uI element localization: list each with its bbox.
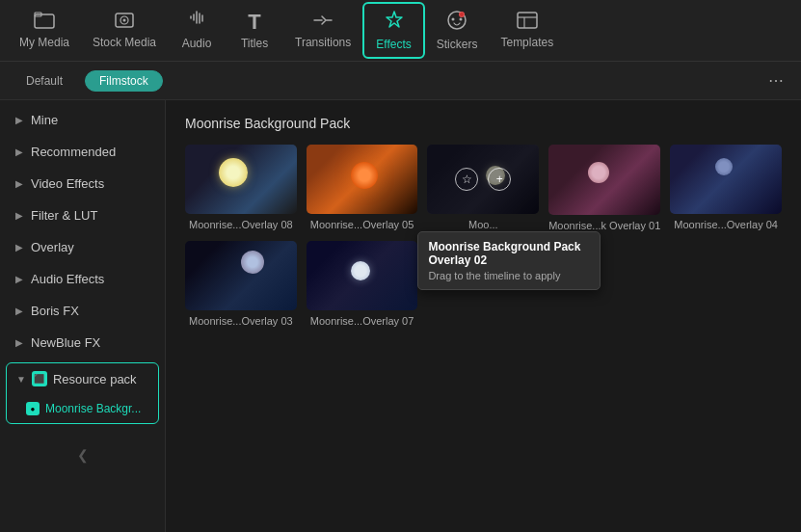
- grid-item-overlay-04[interactable]: Moonrise...Overlay 04: [670, 145, 782, 231]
- media-grid: Moonrise...Overlay 08 Moonrise...Overlay…: [185, 145, 782, 327]
- nav-label-my-media: My Media: [19, 36, 69, 49]
- thumb-overlay-04: [670, 145, 782, 214]
- thumb-overlay-01: [548, 145, 660, 215]
- moon-decoration: [351, 162, 378, 189]
- nav-label-stickers: Stickers: [437, 38, 478, 51]
- tooltip-box: Moonrise Background Pack Overlay 02 Drag…: [417, 231, 601, 290]
- resource-chevron-icon: ▼: [16, 374, 26, 385]
- moonrise-sub-icon: ●: [26, 402, 40, 415]
- thumb-label-overlay-02: Moo...: [427, 219, 539, 230]
- titles-icon: T: [248, 12, 260, 33]
- thumb-hover-overlay: ☆ +: [427, 145, 539, 214]
- transitions-icon: [312, 12, 334, 32]
- filter-default[interactable]: Default: [12, 70, 77, 92]
- chevron-icon: ▶: [15, 242, 23, 253]
- nav-item-my-media[interactable]: My Media: [8, 6, 81, 55]
- nav-item-effects[interactable]: Effects: [362, 2, 424, 59]
- nav-label-templates: Templates: [500, 36, 553, 49]
- sidebar: ▶ Mine ▶ Recommended ▶ Video Effects ▶ F…: [0, 100, 166, 532]
- filter-filmstock[interactable]: Filmstock: [85, 70, 163, 92]
- sidebar-item-newblue-fx[interactable]: ▶ NewBlue FX: [0, 327, 165, 359]
- grid-item-overlay-05[interactable]: Moonrise...Overlay 05: [307, 145, 418, 231]
- nav-label-effects: Effects: [376, 38, 411, 51]
- sidebar-label-newblue-fx: NewBlue FX: [31, 335, 100, 350]
- chevron-icon: ▶: [15, 178, 23, 189]
- my-media-icon: [34, 12, 55, 32]
- content-area: Moonrise Background Pack Moonrise...Over…: [166, 100, 801, 532]
- sidebar-item-filter-lut[interactable]: ▶ Filter & LUT: [0, 200, 165, 231]
- thumb-label-overlay-07: Moonrise...Overlay 07: [307, 315, 418, 327]
- favorite-icon[interactable]: ☆: [455, 168, 478, 191]
- nav-label-audio: Audio: [182, 37, 212, 50]
- thumb-label-overlay-03: Moonrise...Overlay 03: [185, 315, 297, 327]
- chevron-icon: ▶: [15, 306, 23, 316]
- resource-pack-label: Resource pack: [53, 372, 137, 386]
- grid-item-overlay-03[interactable]: Moonrise...Overlay 03: [185, 241, 297, 327]
- nav-item-transitions[interactable]: Transitions: [283, 6, 362, 55]
- sidebar-label-filter-lut: Filter & LUT: [31, 208, 97, 223]
- sidebar-item-mine[interactable]: ▶ Mine: [0, 104, 165, 136]
- nav-item-templates[interactable]: Templates: [489, 6, 565, 55]
- sidebar-label-recommended: Recommended: [31, 145, 116, 159]
- stickers-icon: [446, 10, 467, 34]
- sidebar-item-recommended[interactable]: ▶ Recommended: [0, 136, 165, 168]
- svg-point-7: [460, 18, 463, 21]
- nav-item-stickers[interactable]: Stickers: [425, 4, 490, 57]
- thumb-overlay-08: [185, 145, 297, 214]
- nav-label-titles: Titles: [241, 37, 268, 50]
- add-icon[interactable]: +: [488, 168, 511, 191]
- moonrise-bg-label: Moonrise Backgr...: [45, 402, 141, 415]
- sidebar-label-video-effects: Video Effects: [31, 176, 104, 191]
- sidebar-item-boris-fx[interactable]: ▶ Boris FX: [0, 295, 165, 327]
- svg-point-9: [460, 13, 464, 16]
- thumb-label-overlay-01: Moonrise...k Overlay 01: [548, 220, 660, 231]
- moon-decoration: [351, 261, 370, 280]
- chevron-icon: ▶: [15, 210, 23, 221]
- nav-item-titles[interactable]: T Titles: [226, 6, 283, 56]
- nav-item-stock-media[interactable]: Stock Media: [81, 6, 168, 55]
- resource-pack-header[interactable]: ▼ ⬛ Resource pack: [7, 363, 158, 394]
- svg-point-4: [123, 19, 126, 22]
- sidebar-label-mine: Mine: [31, 113, 58, 127]
- svg-rect-10: [518, 13, 537, 28]
- nav-label-stock-media: Stock Media: [93, 36, 156, 49]
- section-title: Moonrise Background Pack: [185, 116, 782, 131]
- moon-decoration: [219, 158, 248, 187]
- grid-item-overlay-01[interactable]: Moonrise...k Overlay 01: [548, 145, 660, 231]
- thumb-overlay-02: ☆ +: [427, 145, 539, 214]
- stock-media-icon: [114, 12, 135, 32]
- sidebar-label-audio-effects: Audio Effects: [31, 272, 104, 286]
- thumb-hover-icons: ☆ +: [455, 168, 511, 191]
- thumb-label-overlay-04: Moonrise...Overlay 04: [670, 219, 782, 230]
- nav-item-audio[interactable]: Audio: [168, 5, 226, 56]
- grid-item-overlay-02[interactable]: ☆ + Moo... Moonrise Background Pack Over…: [427, 145, 539, 231]
- moon-decoration: [715, 158, 733, 175]
- thumb-overlay-05: [307, 145, 418, 214]
- tooltip-title: Moonrise Background Pack Overlay 02: [428, 240, 590, 267]
- sidebar-item-audio-effects[interactable]: ▶ Audio Effects: [0, 263, 165, 295]
- filter-bar: Default Filmstock ⋯: [0, 62, 801, 100]
- sidebar-item-overlay[interactable]: ▶ Overlay: [0, 231, 165, 263]
- moon-decoration: [241, 251, 264, 274]
- thumb-label-overlay-05: Moonrise...Overlay 05: [307, 219, 418, 230]
- templates-icon: [517, 12, 538, 32]
- sidebar-label-boris-fx: Boris FX: [31, 304, 79, 318]
- sidebar-item-video-effects[interactable]: ▶ Video Effects: [0, 168, 165, 200]
- thumb-overlay-07: [307, 241, 418, 310]
- sidebar-collapse-button[interactable]: ❮: [69, 439, 96, 470]
- chevron-icon: ▶: [15, 274, 23, 284]
- effects-icon: [384, 10, 405, 34]
- more-options-button[interactable]: ⋯: [762, 69, 789, 92]
- chevron-icon: ▶: [15, 337, 23, 348]
- sidebar-label-overlay: Overlay: [31, 240, 74, 254]
- sidebar-sub-item-moonrise[interactable]: ● Moonrise Backgr...: [7, 394, 158, 423]
- grid-item-overlay-07[interactable]: Moonrise...Overlay 07: [307, 241, 418, 327]
- top-nav: My Media Stock Media Audio T Titles Tra: [0, 0, 801, 62]
- grid-item-overlay-08[interactable]: Moonrise...Overlay 08: [185, 145, 297, 231]
- moon-decoration: [588, 162, 609, 183]
- chevron-icon: ▶: [15, 115, 23, 125]
- thumb-label-overlay-08: Moonrise...Overlay 08: [185, 219, 297, 230]
- chevron-icon: ▶: [15, 146, 23, 157]
- tooltip-desc: Drag to the timeline to apply: [428, 270, 590, 281]
- main-layout: ▶ Mine ▶ Recommended ▶ Video Effects ▶ F…: [0, 100, 801, 532]
